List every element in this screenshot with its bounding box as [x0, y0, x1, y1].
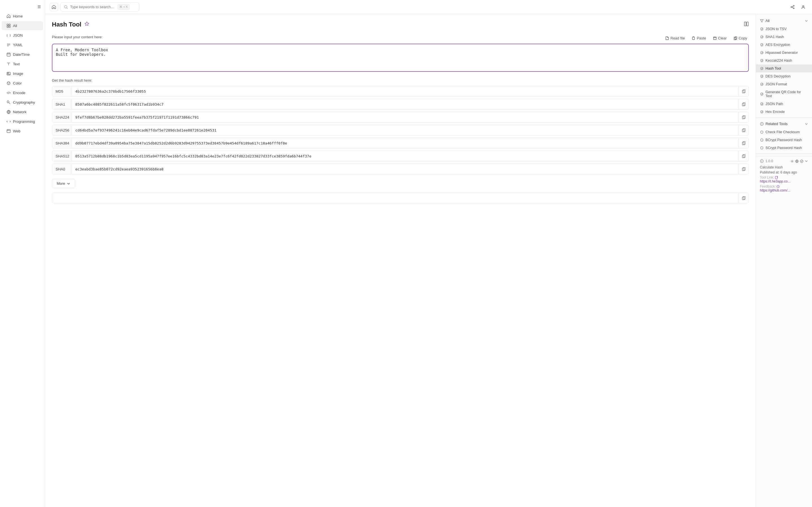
sidebar-item-cryptography-label: Cryptography: [13, 100, 35, 105]
sidebar-item-encode[interactable]: Encode: [2, 88, 43, 97]
sidebar-tool-item-hash-tool[interactable]: Hash Tool: [756, 64, 812, 72]
svg-line-67: [762, 36, 763, 38]
check-icon[interactable]: [800, 159, 804, 163]
sidebar-tool-item-sha1-hash[interactable]: SHA1 Hash: [756, 33, 812, 41]
tool-label: Keccak224 Hash: [765, 59, 792, 62]
sidebar-tool-item-htpasswd-generator[interactable]: Htpasswd Generator: [756, 49, 812, 57]
tool-label: Hex Encode: [765, 110, 784, 114]
sidebar-item-yaml[interactable]: YAML: [2, 40, 43, 49]
share-button[interactable]: [788, 3, 797, 11]
cryptography-icon: [6, 100, 11, 105]
hash-copy-button[interactable]: [739, 86, 749, 96]
tool-icon: [760, 102, 764, 106]
filter-header[interactable]: All: [756, 16, 812, 25]
sidebar-item-web[interactable]: Web: [2, 126, 43, 135]
hash-copy-button[interactable]: [739, 151, 749, 161]
related-tool-item-check-file-checksum[interactable]: Check File Checksum: [756, 128, 812, 136]
svg-point-100: [761, 147, 763, 149]
sidebar-tool-item-json-format[interactable]: JSON Format: [756, 80, 812, 88]
settings-icon[interactable]: [790, 159, 794, 163]
tool-icon: [760, 59, 764, 62]
sidebar-tool-item-hex-encode[interactable]: Hex Encode: [756, 108, 812, 116]
svg-line-82: [762, 76, 763, 77]
sidebar-item-cryptography[interactable]: Cryptography: [2, 98, 43, 107]
tool-label: Hash Tool: [765, 66, 781, 70]
layout-toggle-button[interactable]: [744, 21, 749, 28]
sidebar-tool-item-keccak224-hash[interactable]: Keccak224 Hash: [756, 57, 812, 64]
feedback-url[interactable]: https://github.com/...: [760, 188, 790, 192]
svg-line-94: [762, 111, 763, 112]
sidebar-item-all[interactable]: All: [2, 21, 43, 30]
sidebar-item-image[interactable]: Image: [2, 69, 43, 78]
sidebar-item-json[interactable]: JSON: [2, 31, 43, 40]
svg-line-79: [762, 68, 763, 69]
related-tool-item-bcrypt-password-hash[interactable]: BCrypt Password Hash: [756, 136, 812, 144]
version-section: 1.0.0 Calculate Hash Published at: 6 day…: [756, 156, 812, 196]
clear-button[interactable]: Clear: [711, 36, 728, 41]
paste-button[interactable]: Paste: [690, 36, 708, 41]
svg-point-71: [761, 52, 763, 54]
read-file-button[interactable]: Read file: [664, 36, 687, 41]
tool-link-url[interactable]: https://t.he3app.co...: [760, 179, 791, 183]
hash-copy-button[interactable]: [739, 138, 749, 148]
related-tools-list: Check File Checksum BCrypt Password Hash…: [756, 128, 812, 152]
more-button[interactable]: More: [52, 179, 75, 188]
svg-point-27: [7, 130, 8, 130]
content-textarea[interactable]: [52, 44, 749, 72]
related-tool-label: BCrypt Password Hash: [765, 138, 802, 142]
home-icon: [6, 14, 11, 18]
svg-line-34: [792, 6, 794, 7]
svg-point-23: [7, 101, 9, 103]
svg-line-70: [762, 44, 763, 45]
sidebar-tool-item-json-to-tsv[interactable]: JSON to TSV: [756, 25, 812, 33]
sidebar-tool-item-generate-qr-code[interactable]: Generate QR Code for Text: [756, 88, 812, 100]
sidebar-tool-item-des-decryption[interactable]: DES Decryption: [756, 72, 812, 80]
hash-row: SHA1 8507a6bc4885f822611a58fc5f06317ad1b…: [52, 99, 749, 110]
sidebar-item-network[interactable]: Network: [2, 107, 43, 116]
home-button[interactable]: [50, 3, 58, 11]
sidebar: Home All JSON YAML Date/Time Text Imag: [0, 0, 45, 507]
web-icon: [6, 129, 11, 133]
sidebar-tool-item-json-path[interactable]: JSON Path: [756, 100, 812, 108]
sidebar-tool-item-aes-encryption[interactable]: AES Encryption: [756, 41, 812, 49]
favorite-button[interactable]: [84, 21, 89, 28]
hash-copy-button[interactable]: [739, 99, 749, 109]
sidebar-item-datetime[interactable]: Date/Time: [2, 50, 43, 59]
sidebar-item-home[interactable]: Home: [2, 11, 43, 20]
search-bar[interactable]: ⌘ + K: [60, 2, 139, 11]
search-input[interactable]: [70, 5, 115, 9]
svg-point-32: [794, 8, 794, 9]
svg-rect-39: [693, 37, 695, 40]
page-title: Hash Tool: [52, 21, 82, 28]
sidebar-item-text[interactable]: Text: [2, 59, 43, 68]
chevron-down-version-icon[interactable]: [805, 159, 808, 163]
related-tool-icon: [760, 130, 764, 134]
hash-copy-button[interactable]: [739, 164, 749, 174]
sidebar-item-network-label: Network: [13, 110, 27, 114]
globe-icon[interactable]: [795, 159, 799, 163]
profile-button[interactable]: [799, 3, 808, 11]
version-actions: [790, 159, 808, 163]
related-tool-item-scrypt-password-hash[interactable]: SCrypt Password Hash: [756, 144, 812, 152]
sidebar-item-programming[interactable]: Programming: [2, 117, 43, 126]
copy-button[interactable]: Copy: [732, 36, 749, 41]
tools-list: JSON to TSV SHA1 Hash AES Encryption: [756, 25, 812, 116]
page-title-row: Hash Tool: [52, 21, 749, 28]
svg-point-86: [761, 93, 763, 96]
empty-hash-copy-button[interactable]: [739, 193, 749, 203]
svg-point-89: [761, 103, 763, 105]
svg-point-99: [761, 139, 763, 142]
tool-label: AES Encryption: [765, 43, 790, 47]
hash-row: SHA224 9fef7d8b67be028dd272ba5591feea7b3…: [52, 112, 749, 122]
svg-point-19: [7, 82, 8, 83]
svg-rect-37: [744, 22, 746, 26]
svg-rect-10: [7, 53, 10, 56]
hash-value: cd64bd5a7ef937496241c16eb04e9cad67fdaf5e…: [72, 125, 739, 135]
sidebar-item-color[interactable]: Color: [2, 78, 43, 88]
svg-line-30: [67, 8, 68, 9]
hash-copy-button[interactable]: [739, 112, 749, 122]
hash-algo-label: SHA384: [52, 138, 72, 148]
hash-copy-button[interactable]: [739, 125, 749, 135]
related-tools-header[interactable]: Related Tools: [756, 119, 812, 128]
sidebar-toggle[interactable]: [0, 2, 45, 11]
